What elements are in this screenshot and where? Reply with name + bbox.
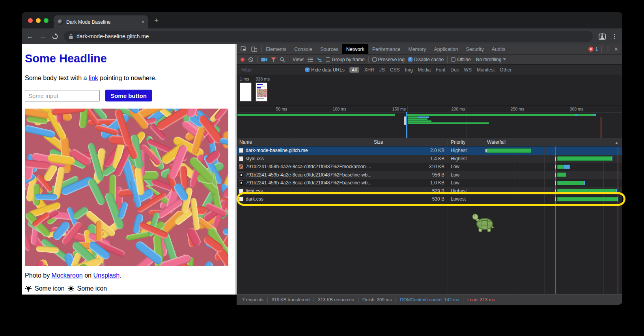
inspect-element-icon[interactable] [241,46,246,52]
request-row-2[interactable]: style.css1.4 KBHighest [237,155,622,163]
request-row-7[interactable]: dark.css530 BLowest [237,195,622,203]
disable-cache-checkbox[interactable]: Disable cache [408,57,444,62]
devtools-tab-sources[interactable]: Sources [316,44,342,54]
back-button[interactable]: ← [26,33,34,40]
column-divider[interactable] [371,138,371,294]
checkbox-label: Offline [457,57,470,62]
filter-type-doc[interactable]: Doc [450,67,459,73]
minimize-window-button[interactable] [36,18,41,23]
column-header-priority[interactable]: Priority [448,138,484,146]
request-row-4[interactable]: 791b2241-459b-4a2e-8cca-c0fdc21f0487%2Fb… [237,171,622,179]
some-input-field[interactable] [25,90,100,101]
offline-checkbox[interactable]: Offline [451,57,470,62]
request-row-1[interactable]: dark-mode-baseline.glitch.me2.0 KBHighes… [237,146,622,155]
waterfall-bar-green [487,148,531,153]
separator [257,56,258,63]
request-name-cell: light.css [237,188,371,194]
file-icon [239,156,243,161]
request-row-3[interactable]: 791b2241-459b-4a2e-8cca-c0fdc21f0487%2Fm… [237,163,622,171]
devtools-tab-security[interactable]: Security [462,44,488,54]
group-by-frame-checkbox[interactable]: Group by frame [326,57,364,62]
request-name-cell: 791b2241-459b-4a2e-8cca-c0fdc21f0487%2Fb… [237,180,371,186]
devtools-tab-console[interactable]: Console [290,44,316,54]
devtools-close-icon[interactable]: ✕ [614,46,618,52]
devtools-tab-application[interactable]: Application [430,44,462,54]
devtools-tab-audits[interactable]: Audits [488,44,510,54]
form-row: Some button [25,90,233,101]
waterfall-view-icon[interactable] [317,57,322,62]
preserve-log-checkbox[interactable]: Preserve log [372,57,405,62]
gridline [467,106,467,138]
devtools-tab-network[interactable]: Network [342,44,368,54]
filter-type-manifest[interactable]: Manifest [477,67,495,73]
sort-direction-icon[interactable]: ▲ [615,141,618,145]
icon-row: Some icon Some icon [25,285,233,292]
column-header-size[interactable]: Size [371,138,448,146]
browser-menu-icon[interactable]: ⋮ [612,33,618,40]
requests-table: dark-mode-baseline.glitch.me2.0 KBHighes… [237,146,622,203]
filter-type-media[interactable]: Media [418,67,431,73]
filmstrip-thumbnail-1[interactable] [240,83,252,101]
toggle-device-toolbar-icon[interactable] [251,46,258,52]
filter-type-all[interactable]: All [349,67,359,73]
filter-type-img[interactable]: Img [405,67,413,73]
waterfall-bar-green [557,173,566,177]
devtools-tab-elements[interactable]: Elements [262,44,290,54]
request-name-cell: 791b2241-459b-4a2e-8cca-c0fdc21f0487%2Fb… [237,172,371,178]
filter-funnel-icon[interactable] [271,57,276,62]
request-waterfall-cell [484,195,622,203]
body-link[interactable]: link [89,75,98,81]
throttling-dropdown[interactable]: No throttling [474,57,506,62]
new-tab-button[interactable]: + [154,17,159,24]
profile-badge-icon[interactable] [598,33,606,40]
some-button[interactable]: Some button [105,90,152,101]
credit-link-unsplash[interactable]: Unsplash [93,272,119,279]
list-view-icon[interactable] [308,57,313,62]
filter-type-css[interactable]: CSS [390,67,400,73]
search-icon[interactable] [280,57,285,62]
lock-icon [69,34,73,39]
clear-network-log-icon[interactable] [248,57,254,62]
browser-tab[interactable]: Dark Mode Baseline × [54,15,148,28]
filmstrip-thumbnail-2[interactable] [256,83,267,101]
reload-button[interactable] [52,33,58,40]
network-overview[interactable]: 50 ms 100 ms 150 ms 200 ms 250 ms 300 ms [237,106,622,138]
devtools-tab-memory[interactable]: Memory [404,44,430,54]
zoom-window-button[interactable] [44,18,49,23]
waterfall-bar-blue [611,156,612,161]
credit-link-mockaroon[interactable]: Mockaroon [52,272,83,279]
column-header-waterfall[interactable]: Waterfall [484,138,622,146]
filter-input[interactable]: Filter [241,67,301,73]
request-priority: Low [448,180,484,186]
load-line [618,146,618,294]
filter-type-font[interactable]: Font [436,67,445,73]
error-badge[interactable]: ✕ 1 [588,47,598,52]
close-window-button[interactable] [28,18,33,23]
filter-type-ws[interactable]: WS [464,67,472,73]
filmstrip-time-1: 1 ms [240,77,249,81]
request-row-6[interactable]: light.css529 BHighest [237,187,622,195]
candy-piece [25,124,56,138]
hide-data-urls-checkbox[interactable]: Hide data URLs [305,67,345,73]
filter-type-other[interactable]: Other [500,67,511,73]
file-icon [239,189,243,193]
column-divider[interactable] [448,138,448,294]
waterfall-bar-green [557,181,584,185]
devtools-tab-performance[interactable]: Performance [368,44,405,54]
overview-bar [408,120,431,122]
filter-type-xhr[interactable]: XHR [364,67,374,73]
checkbox-label: Group by frame [332,57,364,62]
column-header-name[interactable]: Name [237,138,371,146]
request-row-5[interactable]: 791b2241-459b-4a2e-8cca-c0fdc21f0487%2Fb… [237,179,622,187]
record-network-log-button[interactable] [241,58,245,62]
filter-type-js[interactable]: JS [379,67,385,73]
page-headline: Some Headline [25,52,233,65]
capture-screenshots-icon[interactable] [261,57,267,62]
devtools-tabs: ElementsConsoleSourcesNetworkPerformance… [262,44,509,54]
checkbox-icon [451,57,455,62]
address-bar[interactable]: dark-mode-baseline.glitch.me [64,31,593,42]
forward-button[interactable]: → [39,33,46,40]
waterfall-start-tick [555,181,556,185]
close-tab-icon[interactable]: × [141,19,144,25]
devtools-menu-icon[interactable]: ⋮ [605,46,610,52]
